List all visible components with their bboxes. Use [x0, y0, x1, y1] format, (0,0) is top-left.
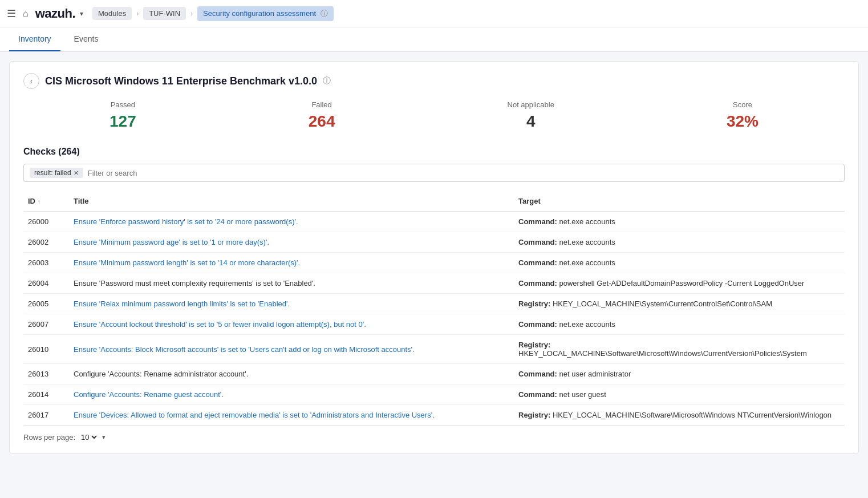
na-value: 4	[508, 112, 554, 131]
col-header-target[interactable]: Target	[514, 191, 845, 212]
table-row[interactable]: 26017Ensure 'Devices: Allowed to format …	[23, 405, 845, 426]
target-prefix: Command:	[518, 390, 557, 399]
panel: ‹ CIS Microsoft Windows 11 Enterprise Be…	[9, 61, 859, 454]
table-row[interactable]: 26013Configure 'Accounts: Rename adminis…	[23, 364, 845, 384]
table-row[interactable]: 26010Ensure 'Accounts: Block Microsoft a…	[23, 335, 845, 364]
passed-value: 127	[109, 112, 136, 131]
sca-info-icon[interactable]: ⓘ	[321, 9, 328, 18]
title-text[interactable]: Ensure 'Account lockout threshold' is se…	[74, 320, 366, 329]
table-row[interactable]: 26005Ensure 'Relax minimum password leng…	[23, 294, 845, 314]
tab-events[interactable]: Events	[65, 27, 108, 51]
title-text[interactable]: Ensure 'Enforce password history' is set…	[74, 217, 298, 226]
title-text[interactable]: Ensure 'Minimum password age' is set to …	[74, 238, 269, 246]
title-text[interactable]: Configure 'Accounts: Rename guest accoun…	[74, 390, 224, 399]
cell-title[interactable]: Ensure 'Devices: Allowed to format and e…	[69, 405, 514, 426]
table-row[interactable]: 26002Ensure 'Minimum password age' is se…	[23, 232, 845, 253]
breadcrumb-modules[interactable]: Modules	[92, 7, 132, 20]
main-content: ‹ CIS Microsoft Windows 11 Enterprise Be…	[0, 52, 868, 463]
table-row[interactable]: 26003Ensure 'Minimum password length' is…	[23, 253, 845, 273]
cell-target: Command: net.exe accounts	[514, 314, 845, 335]
table-header-row: ID ↑ Title Target	[23, 191, 845, 212]
cell-target: Registry: HKEY_LOCAL_MACHINE\System\Curr…	[514, 294, 845, 314]
cell-target: Command: net.exe accounts	[514, 232, 845, 253]
target-prefix: Command:	[518, 217, 557, 226]
table-row[interactable]: 26000Ensure 'Enforce password history' i…	[23, 212, 845, 232]
target-prefix: Registry:	[518, 411, 550, 419]
cell-title[interactable]: Ensure 'Minimum password age' is set to …	[69, 232, 514, 253]
stats-row: Passed 127 Failed 264 Not applicable 4 S…	[23, 100, 845, 131]
cell-title: Configure 'Accounts: Rename administrato…	[69, 364, 514, 384]
tab-inventory[interactable]: Inventory	[9, 27, 60, 51]
target-value: HKEY_LOCAL_MACHINE\Software\Microsoft\Wi…	[550, 411, 832, 419]
target-prefix: Command:	[518, 279, 557, 288]
title-text[interactable]: Ensure 'Accounts: Block Microsoft accoun…	[74, 345, 415, 354]
target-value: net.exe accounts	[557, 258, 615, 267]
target-value: net user administrator	[557, 370, 631, 378]
title-text: Ensure 'Password must meet complexity re…	[74, 279, 315, 288]
pagination-row: Rows per page: 10 25 50 ▾	[23, 432, 845, 442]
stat-na: Not applicable 4	[508, 100, 554, 131]
cell-id: 26017	[23, 405, 69, 426]
target-value: HKEY_LOCAL_MACHINE\Software\Microsoft\Wi…	[518, 349, 807, 358]
target-prefix: Registry:	[518, 299, 550, 308]
target-value: net user guest	[557, 390, 606, 399]
cell-target: Command: net.exe accounts	[514, 253, 845, 273]
title-text[interactable]: Ensure 'Devices: Allowed to format and e…	[74, 411, 435, 419]
cell-id: 26005	[23, 294, 69, 314]
target-prefix: Command:	[518, 258, 557, 267]
target-prefix: Command:	[518, 238, 557, 246]
cell-title[interactable]: Ensure 'Accounts: Block Microsoft accoun…	[69, 335, 514, 364]
table-row[interactable]: 26004Ensure 'Password must meet complexi…	[23, 273, 845, 294]
cell-id: 26004	[23, 273, 69, 294]
cell-id: 26003	[23, 253, 69, 273]
search-input[interactable]	[88, 169, 838, 177]
cell-title[interactable]: Ensure 'Relax minimum password length li…	[69, 294, 514, 314]
filter-remove-icon[interactable]: ✕	[74, 169, 79, 177]
panel-title: CIS Microsoft Windows 11 Enterprise Benc…	[45, 75, 317, 87]
sort-id-icon[interactable]: ↑	[38, 199, 40, 205]
tab-bar: Inventory Events	[0, 27, 868, 52]
home-icon[interactable]: ⌂	[23, 9, 29, 19]
panel-info-icon[interactable]: ⓘ	[323, 76, 331, 86]
failed-value: 264	[309, 112, 335, 131]
col-header-id[interactable]: ID ↑	[23, 191, 69, 212]
title-text[interactable]: Ensure 'Relax minimum password length li…	[74, 299, 290, 308]
brand-chevron-icon[interactable]: ▾	[80, 10, 83, 18]
back-button[interactable]: ‹	[23, 73, 39, 89]
breadcrumb-tuf-win[interactable]: TUF-WIN	[143, 7, 186, 20]
target-value: HKEY_LOCAL_MACHINE\System\CurrentControl…	[550, 299, 772, 308]
cell-title[interactable]: Ensure 'Account lockout threshold' is se…	[69, 314, 514, 335]
filter-tag[interactable]: result: failed ✕	[30, 168, 83, 178]
cell-target: Registry: HKEY_LOCAL_MACHINE\Software\Mi…	[514, 335, 845, 364]
target-value: net.exe accounts	[557, 238, 615, 246]
title-text[interactable]: Ensure 'Minimum password length' is set …	[74, 258, 300, 267]
filter-bar: result: failed ✕	[23, 164, 845, 182]
target-prefix: Command:	[518, 370, 557, 378]
cell-title[interactable]: Ensure 'Minimum password length' is set …	[69, 253, 514, 273]
cell-target: Command: net user administrator	[514, 364, 845, 384]
table-row[interactable]: 26014Configure 'Accounts: Rename guest a…	[23, 384, 845, 405]
cell-title[interactable]: Ensure 'Enforce password history' is set…	[69, 212, 514, 232]
hamburger-icon[interactable]: ☰	[7, 7, 16, 20]
failed-label: Failed	[309, 100, 335, 109]
cell-id: 26014	[23, 384, 69, 405]
panel-header: ‹ CIS Microsoft Windows 11 Enterprise Be…	[23, 73, 845, 89]
target-prefix: Registry:	[518, 341, 550, 349]
top-nav: ☰ ⌂ wazuh. ▾ Modules › TUF-WIN › Securit…	[0, 0, 868, 27]
stat-passed: Passed 127	[109, 100, 136, 131]
table-row[interactable]: 26007Ensure 'Account lockout threshold' …	[23, 314, 845, 335]
cell-target: Command: powershell Get-ADDefaultDomainP…	[514, 273, 845, 294]
target-prefix: Command:	[518, 320, 557, 329]
rows-per-page-select[interactable]: 10 25 50	[79, 432, 99, 442]
cell-id: 26013	[23, 364, 69, 384]
title-text: Configure 'Accounts: Rename administrato…	[74, 370, 248, 378]
col-header-title[interactable]: Title	[69, 191, 514, 212]
checks-table: ID ↑ Title Target 26000Ensure 'Enforce p…	[23, 191, 845, 426]
rows-chevron-icon[interactable]: ▾	[102, 434, 106, 441]
cell-title[interactable]: Configure 'Accounts: Rename guest accoun…	[69, 384, 514, 405]
breadcrumb-sep-2: ›	[190, 10, 193, 18]
checks-header: Checks (264)	[23, 147, 845, 157]
breadcrumb-sca[interactable]: Security configuration assessment ⓘ	[197, 6, 334, 21]
score-label: Score	[727, 100, 759, 109]
cell-target: Command: net.exe accounts	[514, 212, 845, 232]
